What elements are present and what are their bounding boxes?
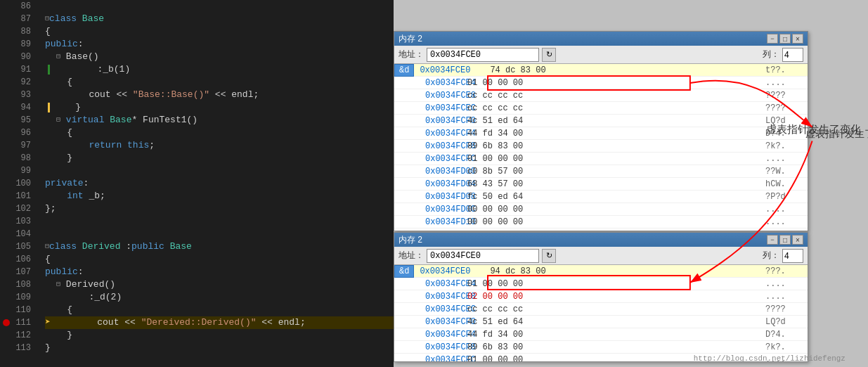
mem-hex-w2-0: 94 dc 83 00 — [487, 265, 765, 277]
indicator-97 — [0, 139, 13, 152]
mem-addr-w1-3: 0x0034FCEC — [394, 102, 465, 114]
mem-row-w1-1: 0x0034FCE4 01 00 00 00 .... — [394, 77, 808, 89]
code-line-106: { — [45, 253, 394, 266]
window2-minimize[interactable]: － — [767, 235, 778, 245]
indicator-93 — [0, 89, 13, 101]
mem-row-w2-6: 0x0034FCF8 89 6b 83 00 ?k?. — [394, 341, 808, 354]
window1-buttons: － □ × — [767, 34, 803, 44]
window2-refresh[interactable]: ↻ — [542, 249, 556, 263]
ln-99: 99 — [13, 165, 35, 177]
mem-row-w2-4: 0x0034FCF0 4c 51 ed 64 LQ?d — [394, 316, 808, 328]
memory-window-1: 内存 2 － □ × 地址： ↻ 列： &d 0x0034FCE0 74 dc … — [394, 31, 808, 231]
and-d-button-2[interactable]: &d — [394, 265, 414, 278]
ln-95: 95 — [13, 114, 35, 127]
code-line-101: int _b; — [45, 190, 394, 202]
indicator-110 — [0, 304, 13, 316]
mem-ascii-w2-7: .... — [765, 354, 808, 361]
mem-row-w1-8: 0x0034FD00 c0 8b 57 00 ??W. — [394, 165, 808, 178]
indicator-90 — [0, 51, 13, 63]
green-bar-91 — [48, 65, 52, 75]
memory-panel: 内存 2 － □ × 地址： ↻ 列： &d 0x0034FCE0 74 dc … — [394, 0, 868, 367]
code-line-113: } — [45, 342, 394, 354]
mem-ascii-w1-6: ?k?. — [765, 140, 808, 152]
ln-87: 87 — [13, 13, 35, 25]
mem-hex-w2-4: 4c 51 ed 64 — [465, 316, 765, 328]
mem-ascii-w2-0: ???. — [765, 265, 808, 277]
mem-row-w1-9: 0x0034FD04 68 43 57 00 hCW. — [394, 178, 808, 191]
code-line-89: public: — [45, 38, 394, 51]
indicator-88 — [0, 25, 13, 38]
ln-98: 98 — [13, 152, 35, 165]
yellow-arrow-94 — [48, 103, 52, 112]
mem-row-w1-7: 0x0034FCFC 01 00 00 00 .... — [394, 153, 808, 165]
mem-hex-w1-12: 00 00 00 00 — [465, 216, 765, 228]
mem-hex-w1-9: 68 43 57 00 — [465, 178, 765, 190]
code-content: ⊟ class Base { public: ⊟ Base() :_b(1) { — [39, 0, 394, 367]
window1-close[interactable]: × — [792, 34, 803, 44]
window1-minimize[interactable]: － — [767, 34, 778, 44]
window1-content: &d 0x0034FCE0 74 dc 83 00 t??. 0x0034FCE… — [394, 64, 808, 231]
ln-107: 107 — [13, 266, 35, 278]
line-numbers: 86 87 88 89 90 91 92 93 94 95 96 97 98 9… — [13, 0, 39, 367]
window2-close[interactable]: × — [792, 235, 803, 245]
mem-row-w1-6: 0x0034FCF8 89 6b 83 00 ?k?. — [394, 140, 808, 153]
mem-hex-w1-7: 01 00 00 00 — [465, 153, 765, 165]
window2-col-input[interactable] — [782, 249, 803, 263]
window2-restore[interactable]: □ — [779, 235, 791, 245]
mem-hex-w1-10: fc 50 ed 64 — [465, 191, 765, 202]
code-line-93: cout << "Base::Base()" << endl; — [45, 89, 394, 101]
mem-row-w1-2: 0x0034FCE8 cc cc cc cc ???? — [394, 89, 808, 102]
indicator-95 — [0, 114, 13, 127]
mem-row-w1-12: 0x0034FD10 00 00 00 00 .... — [394, 216, 808, 228]
mem-addr-w1-7: 0x0034FCFC — [394, 153, 465, 165]
window1-addr-input[interactable] — [427, 48, 539, 62]
mem-ascii-w1-11: .... — [765, 203, 808, 215]
ln-112: 112 — [13, 329, 35, 342]
mem-addr-w1-0: 0x0034FCE0 — [417, 64, 487, 76]
window2-addr-input[interactable] — [427, 249, 539, 263]
code-line-90: ⊟ Base() — [45, 51, 394, 63]
ln-88: 88 — [13, 25, 35, 38]
window1-col-label: 列： — [763, 49, 779, 60]
indicator-111 — [0, 316, 13, 329]
mem-hex-w1-4: 4c 51 ed 64 — [465, 115, 765, 127]
mem-row-w1-4: 0x0034FCF0 4c 51 ed 64 LQ?d — [394, 115, 808, 127]
ln-100: 100 — [13, 177, 35, 190]
ln-96: 96 — [13, 127, 35, 139]
ln-89: 89 — [13, 38, 35, 51]
mem-row-w2-0: &d 0x0034FCE0 94 dc 83 00 ???. — [394, 265, 808, 278]
indicator-102 — [0, 202, 13, 215]
indicator-94 — [0, 101, 13, 114]
mem-addr-w1-6: 0x0034FCF8 — [394, 140, 465, 152]
indicator-91 — [0, 63, 13, 76]
mem-row-w2-5: 0x0034FCF4 44 fd 34 00 D?4. — [394, 328, 808, 341]
ln-93: 93 — [13, 89, 35, 101]
indicator-98 — [0, 152, 13, 165]
window1-col-input[interactable] — [782, 48, 803, 62]
mem-row-w1-0: &d 0x0034FCE0 74 dc 83 00 t??. — [394, 64, 808, 77]
mem-row-w2-3: 0x0034FCEC cc cc cc cc ???? — [394, 303, 808, 316]
indicator-96 — [0, 127, 13, 139]
mem-addr-w2-4: 0x0034FCF0 — [394, 316, 465, 328]
mem-hex-w1-0: 74 dc 83 00 — [487, 64, 765, 76]
code-line-112: } — [45, 329, 394, 342]
mem-addr-w2-2: 0x0034FCE8 — [394, 290, 465, 302]
mem-ascii-w1-0: t??. — [765, 64, 808, 76]
ln-113: 113 — [13, 342, 35, 354]
mem-addr-w1-11: 0x0034FD0C — [394, 203, 465, 215]
mem-addr-w2-3: 0x0034FCEC — [394, 303, 465, 315]
ln-103: 103 — [13, 215, 35, 228]
code-line-102: }; — [45, 202, 394, 215]
window1-restore[interactable]: □ — [779, 34, 791, 44]
mem-addr-w1-9: 0x0034FD04 — [394, 178, 465, 190]
mem-addr-w1-2: 0x0034FCE8 — [394, 89, 465, 101]
mem-addr-w1-4: 0x0034FCF0 — [394, 115, 465, 127]
code-line-96: { — [45, 127, 394, 139]
mem-ascii-w2-4: LQ?d — [765, 316, 808, 328]
mem-row-w2-1: 0x0034FCE4 01 00 00 00 .... — [394, 278, 808, 290]
window1-refresh[interactable]: ↻ — [542, 48, 556, 62]
window2-title: 内存 2 — [399, 234, 422, 246]
and-d-button-1[interactable]: &d — [394, 64, 414, 77]
mem-addr-w2-7: 0x0034FCFC — [394, 354, 465, 361]
indicator-103 — [0, 215, 13, 228]
